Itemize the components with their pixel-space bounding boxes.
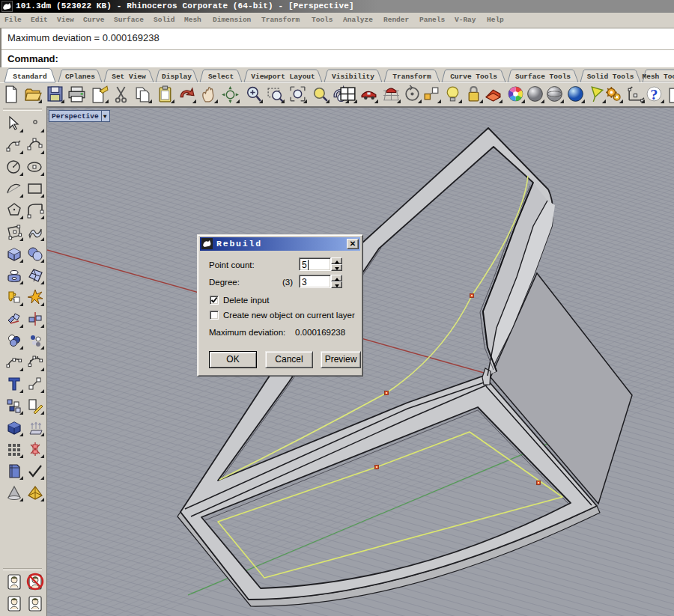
svg-text:Visibility: Visibility	[332, 73, 374, 81]
svg-text:Standard: Standard	[13, 73, 47, 81]
svg-text:Solid Tools: Solid Tools	[587, 73, 634, 81]
svg-text:Display: Display	[162, 73, 192, 81]
svg-text:Curve Tools: Curve Tools	[450, 73, 497, 81]
svg-text:Select: Select	[208, 73, 234, 81]
svg-text:Viewport Layout: Viewport Layout	[251, 73, 315, 81]
svg-text:Mesh Tools: Mesh Tools	[642, 73, 674, 81]
svg-text:Transform: Transform	[392, 73, 431, 81]
svg-text:?: ?	[651, 86, 658, 103]
svg-text:CPlanes: CPlanes	[65, 73, 95, 81]
svg-text:Set View: Set View	[112, 73, 146, 81]
svg-text:Surface Tools: Surface Tools	[515, 73, 571, 81]
